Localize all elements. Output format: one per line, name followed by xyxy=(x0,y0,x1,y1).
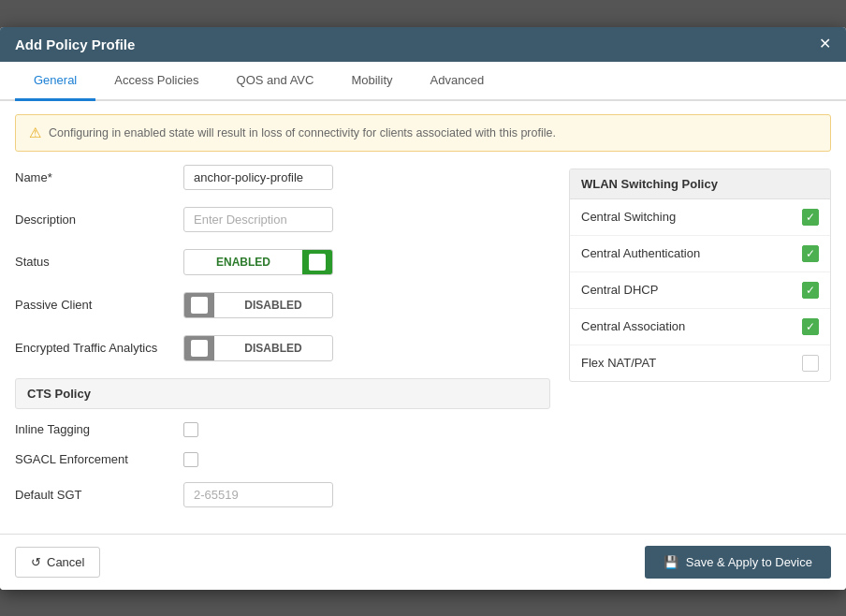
encrypted-analytics-row: Encrypted Traffic Analytics DISABLED xyxy=(15,335,550,361)
tab-advanced[interactable]: Advanced xyxy=(412,62,503,101)
central-authentication-checkbox[interactable]: ✓ xyxy=(802,245,819,262)
warning-banner: ⚠ Configuring in enabled state will resu… xyxy=(15,114,831,152)
sgacl-enforcement-label: SGACL Enforcement xyxy=(15,452,183,466)
save-button[interactable]: 💾 Save & Apply to Device xyxy=(645,546,831,579)
warning-icon: ⚠ xyxy=(29,125,41,141)
right-panel: WLAN Switching Policy Central Switching … xyxy=(569,165,831,524)
cts-policy-title: CTS Policy xyxy=(27,387,91,401)
encrypted-analytics-value: DISABLED xyxy=(214,337,332,359)
default-sgt-row: Default SGT xyxy=(15,482,550,507)
cts-policy-section: CTS Policy xyxy=(15,378,550,409)
description-input[interactable] xyxy=(183,207,333,232)
left-panel: Name* Description Status ENABLED xyxy=(15,165,550,524)
modal-title: Add Policy Profile xyxy=(15,37,135,52)
default-sgt-input[interactable] xyxy=(183,482,333,507)
tab-qos-avc[interactable]: QOS and AVC xyxy=(218,62,333,101)
central-switching-label: Central Switching xyxy=(581,210,676,224)
description-label: Description xyxy=(15,213,183,227)
tab-bar: General Access Policies QOS and AVC Mobi… xyxy=(0,62,846,101)
name-row: Name* xyxy=(15,165,550,190)
tab-mobility[interactable]: Mobility xyxy=(332,62,411,101)
encrypted-analytics-toggle[interactable]: DISABLED xyxy=(183,335,333,361)
status-label: Status xyxy=(15,255,183,269)
wlan-row-flex-nat-pat: Flex NAT/PAT xyxy=(570,345,830,381)
status-switch-on xyxy=(302,250,332,274)
central-authentication-label: Central Authentication xyxy=(581,246,700,260)
sgacl-enforcement-row: SGACL Enforcement xyxy=(15,452,550,467)
central-association-label: Central Association xyxy=(581,319,685,333)
modal-header: Add Policy Profile ✕ xyxy=(0,27,846,62)
add-policy-profile-modal: Add Policy Profile ✕ General Access Poli… xyxy=(0,27,846,590)
passive-client-row: Passive Client DISABLED xyxy=(15,292,550,318)
wlan-row-central-association: Central Association ✓ xyxy=(570,309,830,345)
wlan-row-central-dhcp: Central DHCP ✓ xyxy=(570,272,830,309)
passive-client-label: Passive Client xyxy=(15,298,183,312)
wlan-switching-panel: WLAN Switching Policy Central Switching … xyxy=(569,169,831,382)
flex-nat-pat-checkbox[interactable] xyxy=(802,355,819,372)
modal-body: Name* Description Status ENABLED xyxy=(0,165,846,534)
central-association-checkbox[interactable]: ✓ xyxy=(802,318,819,335)
name-input[interactable] xyxy=(183,165,333,190)
description-row: Description xyxy=(15,207,550,232)
inline-tagging-row: Inline Tagging xyxy=(15,422,550,437)
encrypted-analytics-label: Encrypted Traffic Analytics xyxy=(15,341,183,355)
encrypted-analytics-switch xyxy=(184,336,214,360)
cancel-label: Cancel xyxy=(47,555,84,569)
wlan-switching-title: WLAN Switching Policy xyxy=(570,169,830,199)
passive-client-toggle[interactable]: DISABLED xyxy=(183,292,333,318)
cancel-button[interactable]: ↺ Cancel xyxy=(15,547,100,578)
status-value: ENABLED xyxy=(184,251,302,273)
tab-general[interactable]: General xyxy=(15,62,95,101)
inline-tagging-label: Inline Tagging xyxy=(15,422,183,436)
tab-access-policies[interactable]: Access Policies xyxy=(95,62,217,101)
name-label: Name* xyxy=(15,170,183,184)
inline-tagging-checkbox[interactable] xyxy=(183,422,198,437)
flex-nat-pat-label: Flex NAT/PAT xyxy=(581,356,656,370)
central-switching-checkbox[interactable]: ✓ xyxy=(802,209,819,226)
wlan-row-central-authentication: Central Authentication ✓ xyxy=(570,236,830,272)
modal-footer: ↺ Cancel 💾 Save & Apply to Device xyxy=(0,534,846,590)
default-sgt-label: Default SGT xyxy=(15,488,183,502)
warning-text: Configuring in enabled state will result… xyxy=(49,126,556,139)
close-button[interactable]: ✕ xyxy=(819,37,831,51)
status-toggle[interactable]: ENABLED xyxy=(183,249,333,275)
wlan-row-central-switching: Central Switching ✓ xyxy=(570,199,830,236)
save-label: Save & Apply to Device xyxy=(686,555,812,569)
save-icon: 💾 xyxy=(664,555,678,569)
status-row: Status ENABLED xyxy=(15,249,550,275)
passive-client-value: DISABLED xyxy=(214,294,332,316)
sgacl-enforcement-checkbox[interactable] xyxy=(183,452,198,467)
central-dhcp-checkbox[interactable]: ✓ xyxy=(802,282,819,299)
central-dhcp-label: Central DHCP xyxy=(581,283,658,297)
cancel-icon: ↺ xyxy=(31,555,41,569)
passive-client-switch xyxy=(184,293,214,317)
